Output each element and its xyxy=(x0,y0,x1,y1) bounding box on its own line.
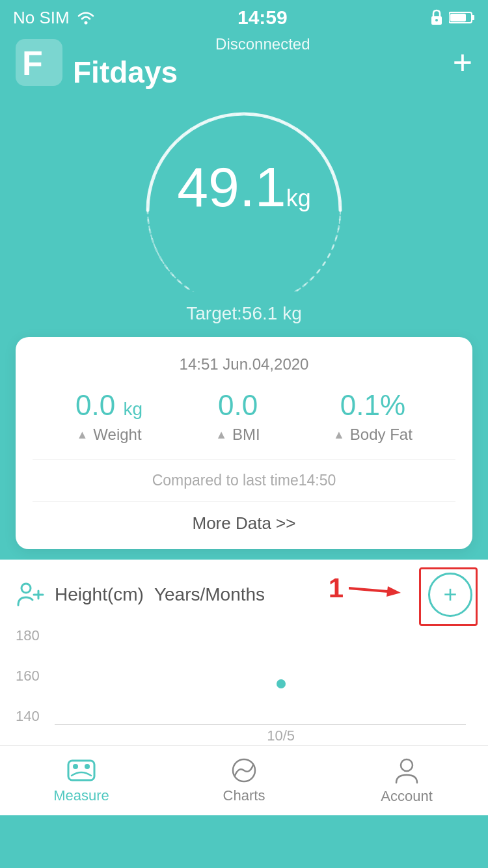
bodyfat-value: 0.1% xyxy=(333,389,413,422)
account-tab-icon xyxy=(394,757,420,784)
data-card: 14:51 Jun.04,2020 0.0 kg ▲ Weight 0.0 ▲ … xyxy=(16,337,472,549)
y-label-140: 140 xyxy=(16,708,40,725)
svg-text:F: F xyxy=(22,44,43,82)
svg-point-9 xyxy=(21,584,31,593)
tab-account[interactable]: Account xyxy=(325,746,488,815)
status-right xyxy=(429,9,475,26)
bmi-value: 0.0 xyxy=(215,389,260,422)
charts-tab-label: Charts xyxy=(223,787,265,804)
annotation: 1 xyxy=(329,573,401,604)
weight-metric: 0.0 kg ▲ Weight xyxy=(75,389,142,444)
red-highlight-box xyxy=(419,567,478,626)
chart-section: Height(cm) Years/Months 1 + xyxy=(0,560,488,744)
weight-number: 49.1 xyxy=(177,156,286,218)
svg-marker-13 xyxy=(386,586,401,597)
header-title-area: Disconnected Fitdays xyxy=(73,35,453,90)
gauge-value: 49.1kg xyxy=(177,155,310,219)
add-button[interactable]: + xyxy=(453,46,472,79)
chart-data-dot xyxy=(277,679,286,688)
y-label-180: 180 xyxy=(16,627,40,644)
bodyfat-arrow-icon: ▲ xyxy=(333,428,345,442)
chart-graph: 180 160 140 10/5 xyxy=(16,627,472,744)
more-data-link[interactable]: More Data >> xyxy=(39,513,449,534)
status-left: No SIM xyxy=(13,8,96,28)
measure-tab-icon xyxy=(65,757,98,783)
chart-subtitle: Years/Months xyxy=(154,584,265,605)
chart-plot: 10/5 xyxy=(55,627,466,725)
bmi-label: BMI xyxy=(232,426,260,444)
weight-label: Weight xyxy=(93,426,141,444)
card-divider xyxy=(33,459,455,460)
x-label-date: 10/5 xyxy=(267,727,295,744)
chart-baseline xyxy=(55,724,466,725)
tab-measure[interactable]: Measure xyxy=(0,746,163,815)
svg-rect-4 xyxy=(472,15,474,20)
time-label: 14:59 xyxy=(237,7,288,29)
chart-header: Height(cm) Years/Months 1 + xyxy=(16,573,472,617)
weight-arrow-icon: ▲ xyxy=(77,428,88,442)
card-divider-2 xyxy=(33,501,455,502)
gauge-area: 49.1kg Target:56.1 kg xyxy=(0,96,488,337)
chart-y-labels: 180 160 140 xyxy=(16,627,40,725)
annotation-arrow-icon xyxy=(349,578,401,598)
bmi-arrow-icon: ▲ xyxy=(215,428,227,442)
chart-title: Height(cm) xyxy=(55,584,144,605)
svg-line-12 xyxy=(349,588,388,591)
tab-bar: Measure Charts Account xyxy=(0,745,488,815)
weight-unit: kg xyxy=(286,185,311,211)
tab-charts[interactable]: Charts xyxy=(163,746,325,815)
account-tab-label: Account xyxy=(381,788,433,805)
app-name: Fitdays xyxy=(73,55,453,90)
svg-point-20 xyxy=(401,759,413,771)
wifi-icon xyxy=(76,10,96,25)
status-bar: No SIM 14:59 xyxy=(0,0,488,29)
measure-tab-label: Measure xyxy=(53,787,109,804)
lock-icon xyxy=(429,9,444,26)
app-header: F Disconnected Fitdays + xyxy=(0,29,488,96)
add-height-button[interactable]: + xyxy=(428,573,472,617)
svg-rect-16 xyxy=(68,761,94,780)
annotation-number: 1 xyxy=(329,573,344,604)
svg-point-2 xyxy=(435,19,438,21)
connection-status: Disconnected xyxy=(73,35,453,53)
charts-tab-icon xyxy=(230,757,258,783)
bmi-metric: 0.0 ▲ BMI xyxy=(215,389,260,444)
weight-value: 0.0 kg xyxy=(75,389,142,422)
target-label: Target:56.1 kg xyxy=(186,303,301,324)
svg-point-17 xyxy=(73,764,78,769)
carrier-label: No SIM xyxy=(13,8,70,28)
gauge-svg-wrap: 49.1kg xyxy=(133,103,355,292)
battery-icon xyxy=(449,10,475,25)
svg-rect-5 xyxy=(450,14,466,21)
y-label-160: 160 xyxy=(16,668,40,685)
bodyfat-metric: 0.1% ▲ Body Fat xyxy=(333,389,413,444)
svg-point-18 xyxy=(85,764,90,769)
person-chart-icon xyxy=(16,580,44,609)
compared-text: Compared to last time14:50 xyxy=(39,472,449,489)
app-logo: F xyxy=(16,39,62,86)
measurement-time: 14:51 Jun.04,2020 xyxy=(39,355,449,373)
svg-point-0 xyxy=(84,21,87,25)
bodyfat-label: Body Fat xyxy=(350,426,413,444)
metrics-row: 0.0 kg ▲ Weight 0.0 ▲ BMI 0.1% ▲ Body Fa… xyxy=(39,389,449,444)
